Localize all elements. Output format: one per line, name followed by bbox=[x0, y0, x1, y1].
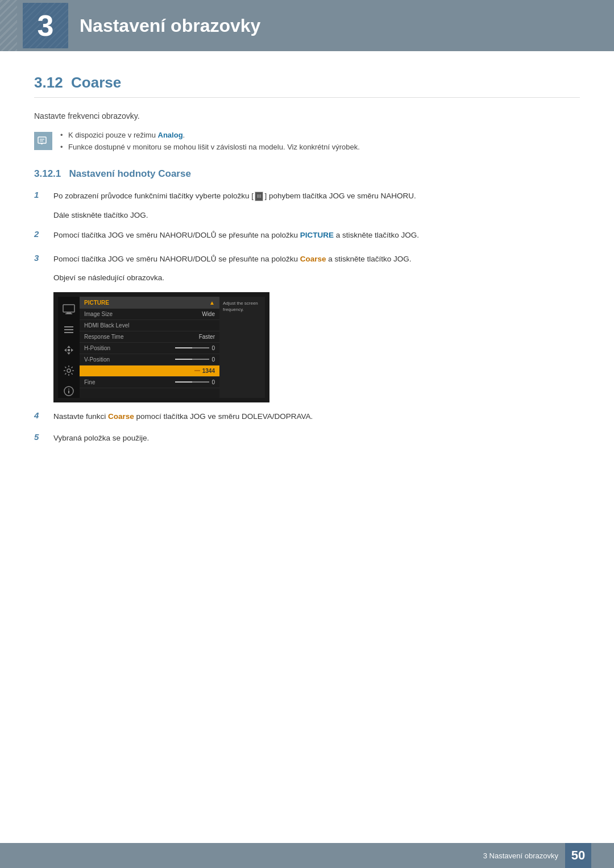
menu-row-fine: Fine 0 bbox=[80, 377, 219, 388]
chapter-header: 3 Nastavení obrazovky bbox=[0, 0, 614, 51]
note-list: K dispozici pouze v režimu Analog. Funkc… bbox=[60, 131, 360, 155]
step-3-sub: Objeví se následující obrazovka. bbox=[53, 272, 580, 284]
label-hdmi: HDMI Black Level bbox=[84, 322, 129, 329]
monitor-inner: PICTURE ▲ Image Size Wide HDMI Black Lev… bbox=[58, 297, 265, 398]
svg-rect-0 bbox=[38, 137, 46, 143]
step-num-5: 5 bbox=[34, 432, 48, 442]
step-num-1: 1 bbox=[34, 190, 48, 200]
coarse-highlight-3: Coarse bbox=[300, 255, 326, 263]
menu-row-image-size: Image Size Wide bbox=[80, 309, 219, 320]
value-coarse: 1344 bbox=[202, 368, 215, 374]
section-heading: 3.12 Coarse bbox=[34, 74, 580, 98]
svg-point-18 bbox=[68, 388, 69, 389]
analog-highlight: Analog bbox=[158, 131, 183, 139]
menu-row-hdmi: HDMI Black Level bbox=[80, 320, 219, 331]
label-coarse: Coarse bbox=[84, 368, 102, 374]
svg-rect-14 bbox=[68, 349, 70, 351]
monitor-menu-header: PICTURE ▲ bbox=[80, 297, 219, 309]
bar-line-vpos bbox=[175, 359, 209, 360]
monitor-icon-info bbox=[62, 384, 76, 398]
main-content: 3.12 Coarse Nastavte frekvenci obrazovky… bbox=[0, 51, 614, 489]
intro-text: Nastavte frekvenci obrazovky. bbox=[34, 111, 580, 121]
note-item-2: Funkce dostupné v monitoru se mohou liši… bbox=[60, 143, 360, 151]
label-fine: Fine bbox=[84, 379, 95, 385]
note-icon bbox=[34, 132, 52, 150]
steps-list-4: 4 Nastavte funkci Coarse pomocí tlačítka… bbox=[34, 410, 580, 444]
note-block: K dispozici pouze v režimu Analog. Funkc… bbox=[34, 131, 580, 155]
value-vpos: 0 bbox=[211, 356, 215, 363]
value-hpos: 0 bbox=[211, 345, 215, 351]
bar-fine: 0 bbox=[175, 379, 215, 385]
bar-hpos: 0 bbox=[175, 345, 215, 351]
step-num-4: 4 bbox=[34, 410, 48, 420]
chapter-title: Nastavení obrazovky bbox=[80, 15, 260, 36]
bar-vpos: 0 bbox=[175, 356, 215, 363]
step-2: 2 Pomocí tlačítka JOG ve směru NAHORU/DO… bbox=[34, 229, 580, 242]
stripe-decoration bbox=[0, 0, 17, 51]
svg-marker-13 bbox=[71, 348, 73, 352]
page-number: 50 bbox=[565, 843, 591, 868]
coarse-highlight-4: Coarse bbox=[108, 412, 134, 421]
label-hpos: H-Position bbox=[84, 345, 110, 351]
value-response: Faster bbox=[199, 334, 215, 340]
label-image-size: Image Size bbox=[84, 311, 113, 317]
monitor-icon-move bbox=[62, 343, 76, 357]
bar-line-fine bbox=[175, 381, 209, 383]
step-text-1: Po zobrazení průvodce funkčními tlačítky… bbox=[53, 190, 416, 202]
menu-title: PICTURE bbox=[84, 300, 109, 306]
monitor-icon-gear bbox=[62, 364, 76, 377]
svg-marker-12 bbox=[64, 348, 67, 352]
step-num-2: 2 bbox=[34, 229, 48, 239]
steps-list-2: 2 Pomocí tlačítka JOG ve směru NAHORU/DO… bbox=[34, 229, 580, 242]
footer-text: 3 Nastavení obrazovky bbox=[483, 852, 558, 860]
menu-row-hpos: H-Position 0 bbox=[80, 343, 219, 354]
label-response: Response Time bbox=[84, 334, 123, 340]
bar-line-coarse bbox=[166, 370, 200, 371]
svg-rect-4 bbox=[63, 305, 74, 312]
monitor-help: Adjust the screen frequency. bbox=[219, 297, 265, 398]
picture-highlight: PICTURE bbox=[300, 231, 334, 239]
help-text: Adjust the screen frequency. bbox=[223, 300, 262, 313]
value-image-size: Wide bbox=[202, 311, 215, 317]
svg-point-15 bbox=[67, 369, 70, 372]
chapter-number-block: 3 bbox=[23, 3, 68, 48]
monitor-icons bbox=[58, 297, 80, 398]
step-4: 4 Nastavte funkci Coarse pomocí tlačítka… bbox=[34, 410, 580, 423]
page-footer: 3 Nastavení obrazovky 50 bbox=[0, 843, 614, 868]
subsection-heading: 3.12.1 Nastavení hodnoty Coarse bbox=[34, 168, 580, 180]
step-1: 1 Po zobrazení průvodce funkčními tlačít… bbox=[34, 190, 580, 202]
monitor-icon-menu bbox=[62, 323, 76, 337]
note-item-1: K dispozici pouze v režimu Analog. bbox=[60, 131, 360, 139]
svg-marker-10 bbox=[67, 346, 70, 348]
chapter-number: 3 bbox=[38, 9, 54, 43]
step-text-3: Pomocí tlačítka JOG ve směru NAHORU/DOLŮ… bbox=[53, 253, 412, 265]
step-text-5: Vybraná položka se použije. bbox=[53, 432, 149, 445]
menu-row-vpos: V-Position 0 bbox=[80, 354, 219, 366]
monitor-icon-tv bbox=[62, 302, 76, 316]
step-text-2: Pomocí tlačítka JOG ve směru NAHORU/DOLŮ… bbox=[53, 229, 419, 242]
steps-list: 1 Po zobrazení průvodce funkčními tlačít… bbox=[34, 190, 580, 202]
step-text-4: Nastavte funkci Coarse pomocí tlačítka J… bbox=[53, 410, 313, 423]
menu-row-response: Response Time Faster bbox=[80, 331, 219, 343]
bar-line-hpos bbox=[175, 347, 209, 348]
step-1-sub: Dále stiskněte tlačítko JOG. bbox=[53, 209, 580, 222]
steps-list-3: 3 Pomocí tlačítka JOG ve směru NAHORU/DO… bbox=[34, 253, 580, 265]
step-5: 5 Vybraná položka se použije. bbox=[34, 432, 580, 445]
bracket-icon: III bbox=[255, 192, 264, 201]
svg-marker-11 bbox=[67, 352, 70, 355]
value-fine: 0 bbox=[211, 379, 215, 385]
monitor-screenshot: PICTURE ▲ Image Size Wide HDMI Black Lev… bbox=[53, 292, 269, 402]
menu-row-coarse: Coarse 1344 bbox=[80, 366, 219, 377]
menu-arrow: ▲ bbox=[209, 300, 215, 306]
step-num-3: 3 bbox=[34, 253, 48, 263]
bar-coarse: 1344 bbox=[166, 368, 215, 374]
label-vpos: V-Position bbox=[84, 356, 110, 363]
step-3: 3 Pomocí tlačítka JOG ve směru NAHORU/DO… bbox=[34, 253, 580, 265]
monitor-menu: PICTURE ▲ Image Size Wide HDMI Black Lev… bbox=[80, 297, 219, 398]
monitor-screenshot-container: PICTURE ▲ Image Size Wide HDMI Black Lev… bbox=[53, 292, 580, 402]
